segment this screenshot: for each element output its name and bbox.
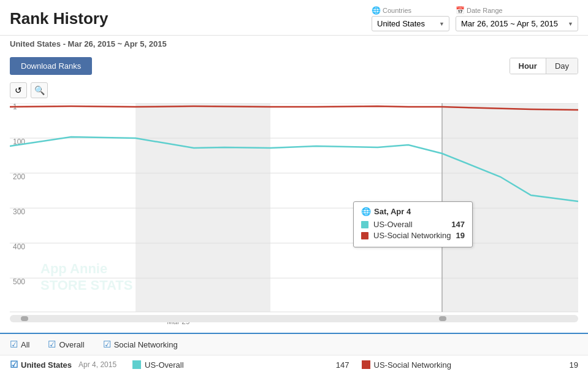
date-range-label: 📅 Date Range xyxy=(456,6,503,15)
tooltip-label-overall: US-Overall xyxy=(373,220,446,229)
day-button[interactable]: Day xyxy=(546,58,578,74)
date-range-control: 📅 Date Range Mar 26, 2015 ~ Apr 5, 2015 xyxy=(456,6,578,31)
legend-item-overall[interactable]: ☑ Overall xyxy=(48,339,84,350)
download-ranks-button[interactable]: Download Ranks xyxy=(10,57,92,75)
legend-label-all: All xyxy=(21,340,29,349)
subtitle-row: United States - Mar 26, 2015 ~ Apr 5, 20… xyxy=(0,36,588,52)
check-icon-overall: ☑ xyxy=(48,339,56,350)
series-value-overall: 147 xyxy=(325,360,349,370)
series-label-overall: US-Overall xyxy=(145,360,184,370)
svg-text:400: 400 xyxy=(13,243,25,251)
data-row: ☑ United States Apr 4, 2015 US-Overall 1… xyxy=(0,355,588,374)
data-row-country: ☑ United States Apr 4, 2015 xyxy=(10,359,132,370)
countries-control: 🌐 Countries United States Canada United … xyxy=(372,6,449,31)
legend-label-social: Social Networking xyxy=(114,340,178,349)
tooltip-value-social: 19 xyxy=(456,231,464,240)
svg-text:200: 200 xyxy=(13,173,25,181)
country-name: United States xyxy=(21,360,72,370)
countries-select[interactable]: United States Canada United Kingdom xyxy=(372,16,449,31)
data-cell-overall: US-Overall 147 xyxy=(132,360,349,370)
tooltip: 🌐 Sat, Apr 4 US-Overall 147 US-Social Ne… xyxy=(353,201,473,247)
check-icon-social: ☑ xyxy=(103,339,111,350)
subtitle-text: United States - Mar 26, 2015 ~ Apr 5, 20… xyxy=(10,39,167,49)
data-row-date: Apr 4, 2015 xyxy=(78,360,116,369)
svg-rect-2 xyxy=(136,103,270,312)
legend-bar: ☑ All ☑ Overall ☑ Social Networking xyxy=(0,333,588,355)
series-value-social: 19 xyxy=(554,360,578,370)
series-label-social: US-Social Networking xyxy=(374,360,451,370)
tooltip-row-social: US-Social Networking 19 xyxy=(361,231,465,240)
zoom-button[interactable]: 🔍 xyxy=(31,82,48,98)
countries-label: 🌐 Countries xyxy=(372,6,411,15)
tooltip-row-overall: US-Overall 147 xyxy=(361,220,465,229)
swatch-overall xyxy=(132,360,141,369)
date-range-select[interactable]: Mar 26, 2015 ~ Apr 5, 2015 xyxy=(456,16,578,31)
reset-icon: ↺ xyxy=(15,85,22,95)
svg-text:300: 300 xyxy=(13,208,25,216)
data-cell-social: US-Social Networking 19 xyxy=(362,360,579,370)
globe-icon: 🌐 xyxy=(372,6,381,15)
calendar-icon: 📅 xyxy=(456,6,465,15)
page-title: Rank History xyxy=(10,9,108,28)
tooltip-date: 🌐 Sat, Apr 4 xyxy=(361,207,465,216)
legend-label-overall: Overall xyxy=(59,340,84,349)
svg-rect-1 xyxy=(10,103,136,312)
zoom-icon: 🔍 xyxy=(34,85,45,95)
tooltip-dot-overall xyxy=(361,221,368,228)
check-icon-country: ☑ xyxy=(10,359,18,370)
date-range-select-wrapper[interactable]: Mar 26, 2015 ~ Apr 5, 2015 xyxy=(456,16,578,31)
reset-zoom-button[interactable]: ↺ xyxy=(10,82,27,98)
svg-text:500: 500 xyxy=(13,277,25,286)
check-icon-all: ☑ xyxy=(10,339,18,350)
tooltip-value-overall: 147 xyxy=(451,220,465,229)
tooltip-label-social: US-Social Networking xyxy=(373,231,451,240)
svg-rect-21 xyxy=(21,316,28,321)
chart-svg: 1 100 200 300 400 500 Mar 29 xyxy=(10,103,578,330)
svg-rect-20 xyxy=(10,315,578,322)
tooltip-globe-icon: 🌐 xyxy=(361,207,371,216)
svg-rect-22 xyxy=(439,316,446,321)
countries-select-wrapper[interactable]: United States Canada United Kingdom xyxy=(372,16,449,31)
legend-item-social[interactable]: ☑ Social Networking xyxy=(103,339,178,350)
tooltip-dot-social xyxy=(361,232,368,239)
chart-controls-bar: ↺ 🔍 xyxy=(0,80,588,101)
chart-area: App Annie STORE STATS 1 100 200 300 400 … xyxy=(10,103,578,330)
legend-item-all[interactable]: ☑ All xyxy=(10,339,29,350)
time-toggle: Hour Day xyxy=(510,58,578,74)
hour-button[interactable]: Hour xyxy=(510,58,546,74)
toolbar-row: Download Ranks Hour Day xyxy=(0,52,588,80)
header-controls: 🌐 Countries United States Canada United … xyxy=(372,6,578,31)
swatch-social xyxy=(362,360,370,369)
header-row: Rank History 🌐 Countries United States C… xyxy=(0,0,588,36)
